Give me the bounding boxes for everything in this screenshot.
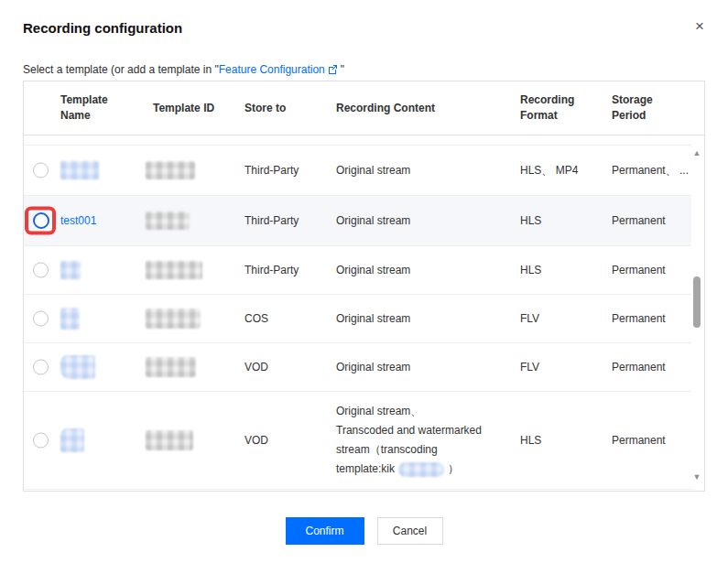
column-header-recording-format: Recording Format [520, 92, 589, 124]
redacted-template-name [60, 355, 95, 379]
cell-recording-content: Original stream [336, 211, 519, 231]
template-radio[interactable] [33, 311, 49, 327]
cell-store-to: COS [244, 312, 268, 325]
column-header-template-name: Template Name [60, 92, 126, 124]
scroll-up-icon[interactable]: ▲ [691, 147, 702, 158]
template-radio[interactable] [33, 360, 49, 375]
dialog-footer: Confirm Cancel [0, 517, 728, 545]
confirm-button[interactable]: Confirm [286, 517, 364, 545]
cell-recording-content: Original stream [336, 358, 519, 377]
redacted-template-id [146, 430, 193, 450]
table-row[interactable]: VODOriginal streamFLVPermanent [24, 343, 694, 392]
column-header-template-id: Template ID [153, 101, 240, 116]
cell-recording-format: HLS [520, 214, 541, 227]
cell-recording-format: HLS [520, 264, 541, 276]
template-radio[interactable] [33, 212, 49, 229]
recording-configuration-dialog: Recording configuration × Select a templ… [0, 0, 728, 563]
column-header-store-to: Store to [244, 101, 327, 116]
redacted-template-name [60, 261, 81, 280]
scrollbar-thumb[interactable] [693, 276, 701, 328]
cell-store-to: VOD [244, 434, 268, 447]
scrolled-row-sliver [24, 135, 694, 146]
redacted-template-id [146, 211, 190, 230]
redacted-template-id [146, 261, 202, 280]
template-radio[interactable] [33, 263, 49, 278]
cell-recording-format: FLV [520, 361, 539, 374]
cell-store-to: Third-Party [244, 264, 299, 276]
cell-storage-period: Permanent [612, 361, 703, 374]
intro-text-before: Select a template (or add a template in … [23, 63, 219, 76]
intro-text: Select a template (or add a template in … [23, 63, 344, 77]
cell-recording-format: HLS [520, 434, 541, 447]
cell-recording-format: FLV [520, 312, 539, 325]
template-radio[interactable] [33, 433, 49, 449]
cell-recording-content: Original stream [336, 309, 519, 329]
redacted-template-name [60, 428, 84, 452]
template-radio[interactable] [33, 163, 49, 179]
cell-storage-period: Permanent [612, 214, 703, 227]
template-table: Template NameTemplate IDStore toRecordin… [23, 81, 705, 492]
table-row[interactable]: test001Third-PartyOriginal streamHLSPerm… [24, 196, 694, 246]
redacted-template-id [146, 161, 195, 179]
close-icon[interactable]: × [690, 16, 710, 37]
redacted-template-name [60, 308, 80, 330]
table-row[interactable]: VODOriginal stream、Transcoded and waterm… [24, 392, 694, 490]
column-header-storage-period: Storage Period [612, 92, 668, 124]
table-header-row: Template NameTemplate IDStore toRecordin… [24, 81, 704, 135]
table-row[interactable]: Third-PartyOriginal streamHLS、 MP4Perman… [24, 146, 694, 196]
cell-storage-period: Permanent [612, 434, 703, 447]
redacted-transcoding-template [398, 462, 444, 477]
column-header-recording-content: Recording Content [336, 101, 501, 116]
cell-storage-period: Permanent、 ... [612, 163, 703, 179]
cell-recording-format: HLS、 MP4 [520, 163, 578, 179]
cell-store-to: Third-Party [244, 164, 299, 177]
redacted-template-id [146, 357, 196, 377]
template-name-link[interactable]: test001 [60, 214, 96, 227]
cell-recording-content: Original stream、Transcoded and watermark… [336, 402, 519, 479]
vertical-scrollbar[interactable]: ▲ ▼ [691, 142, 702, 488]
table-body: Third-PartyOriginal streamHLS、 MP4Perman… [24, 135, 694, 490]
table-row[interactable]: COSOriginal streamFLVPermanent [24, 295, 694, 343]
cell-store-to: VOD [244, 361, 268, 374]
cell-recording-content: Original stream [336, 161, 519, 180]
dialog-title: Recording configuration [23, 20, 182, 36]
cell-recording-content: Original stream [336, 261, 519, 280]
cell-storage-period: Permanent [612, 264, 703, 276]
feature-configuration-link[interactable]: Feature Configuration [219, 63, 325, 76]
table-row[interactable]: Third-PartyOriginal streamHLSPermanent [24, 246, 694, 295]
redacted-template-name [60, 161, 99, 180]
cell-storage-period: Permanent [612, 312, 703, 325]
scroll-down-icon[interactable]: ▼ [691, 471, 702, 482]
redacted-template-id [146, 309, 201, 329]
cancel-button[interactable]: Cancel [377, 517, 443, 545]
intro-text-after: " [341, 63, 344, 76]
external-link-icon[interactable] [328, 64, 338, 77]
cell-store-to: Third-Party [244, 214, 299, 227]
